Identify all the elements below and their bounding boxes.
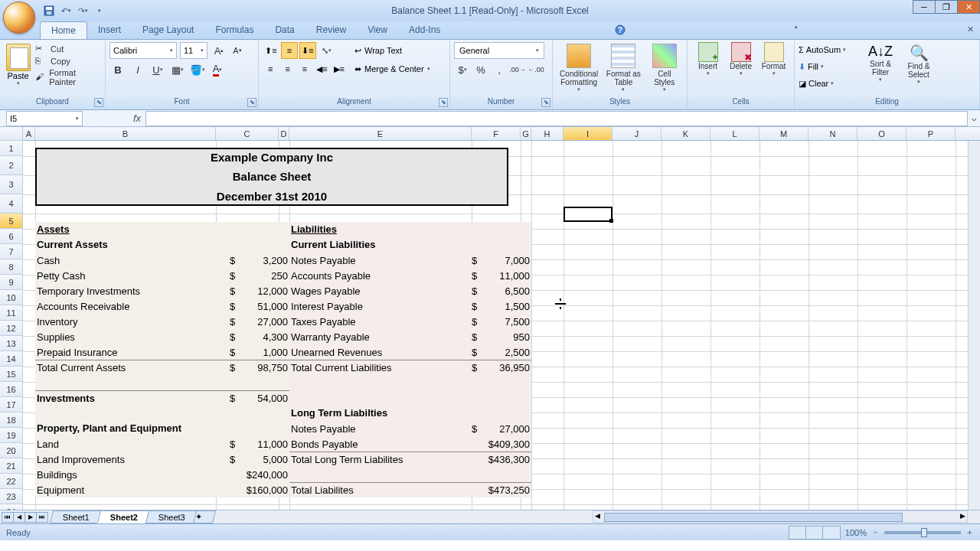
fill-button[interactable]: ⬇Fill▾ [799,59,861,74]
column-header[interactable]: B [35,127,216,140]
sheet-tab[interactable]: Sheet3 [145,510,198,523]
zoom-in-button[interactable]: ＋ [965,527,974,538]
selected-cell[interactable] [564,207,612,222]
grow-font-button[interactable]: A▴ [211,42,227,59]
office-button[interactable] [3,2,35,34]
column-header[interactable]: G [521,127,531,140]
insert-cells-button[interactable]: ✦Insert▾ [691,42,724,77]
row-header[interactable]: 2 [0,156,23,175]
row-header[interactable]: 10 [0,290,23,305]
font-name-select[interactable]: Calibri▾ [109,42,177,59]
clear-button[interactable]: ◪Clear▾ [799,76,861,91]
wrap-text-button[interactable]: ↩Wrap Text [351,42,433,59]
select-all-corner[interactable] [0,127,23,141]
undo-icon[interactable]: ↶▾ [60,5,72,17]
decrease-decimal-button[interactable]: ←.00 [528,61,544,78]
alignment-launcher[interactable]: ⬊ [439,98,448,107]
column-header[interactable]: K [662,127,710,140]
sheet-tab[interactable]: Sheet2 [97,510,152,523]
column-header[interactable]: C [216,127,279,140]
horizontal-scrollbar[interactable]: ◀ ▶ [593,510,968,523]
shrink-font-button[interactable]: A▾ [229,42,246,59]
format-cells-button[interactable]: Format▾ [757,42,790,77]
align-top-button[interactable]: ⬆≡ [263,42,279,59]
page-layout-view-button[interactable] [806,527,823,539]
column-header[interactable]: P [906,127,956,140]
font-size-select[interactable]: 11▾ [180,42,207,59]
column-header[interactable]: L [710,127,760,140]
page-break-view-button[interactable] [823,527,840,539]
align-right-button[interactable]: ≡ [297,60,312,77]
tab-formulas[interactable]: Formulas [204,21,264,39]
number-format-select[interactable]: General▾ [454,42,544,59]
row-header[interactable]: 19 [0,428,23,443]
close-button[interactable]: ✕ [957,0,980,14]
qat-dropdown-icon[interactable]: ▾ [93,5,106,17]
row-header[interactable]: 1 [0,141,23,156]
italic-button[interactable]: I [129,61,146,78]
next-sheet-button[interactable]: ▶ [24,512,37,523]
clipboard-launcher[interactable]: ⬊ [94,98,103,107]
row-header[interactable]: 11 [0,305,23,321]
tab-page-layout[interactable]: Page Layout [132,21,204,39]
align-bottom-button[interactable]: ⬇≡ [299,42,316,59]
percent-button[interactable]: % [472,61,489,78]
row-header[interactable]: 8 [0,259,23,275]
column-header[interactable]: J [612,127,662,140]
row-header[interactable]: 23 [0,489,23,504]
column-header[interactable]: D [279,127,289,140]
increase-decimal-button[interactable]: .00→ [509,61,526,78]
first-sheet-button[interactable]: ⏮ [2,512,14,523]
redo-icon[interactable]: ↷▾ [77,5,89,17]
row-header[interactable]: 5 [0,214,23,229]
column-header[interactable]: O [858,127,906,140]
help-icon[interactable]: ? [609,21,632,39]
column-header[interactable]: F [472,127,521,140]
expand-formula-bar[interactable]: ⌵ [968,113,980,123]
sort-filter-button[interactable]: A↓ZSort & Filter▾ [861,42,900,84]
prev-sheet-button[interactable]: ◀ [13,512,25,523]
row-header[interactable]: 13 [0,336,23,351]
align-center-button[interactable]: ≡ [279,60,295,77]
copy-button[interactable]: ⎘Copy [35,56,98,67]
row-header[interactable]: 16 [0,382,23,397]
format-as-table-button[interactable]: Format as Table▾ [601,42,645,94]
font-launcher[interactable]: ⬊ [247,98,256,107]
row-header[interactable]: 20 [0,443,23,458]
delete-cells-button[interactable]: ✖Delete▾ [724,42,757,77]
find-select-button[interactable]: 🔍Find & Select▾ [900,42,938,86]
row-header[interactable]: 21 [0,458,23,474]
close-workbook-button[interactable]: ✕ [961,21,980,39]
border-button[interactable]: ▦▾ [169,61,186,78]
font-color-button[interactable]: A▾ [209,61,226,78]
increase-indent-button[interactable]: ▶≡ [332,60,347,77]
sheet-tab[interactable]: Sheet1 [50,510,103,523]
align-left-button[interactable]: ≡ [263,60,278,77]
tab-review[interactable]: Review [305,21,357,39]
tab-home[interactable]: Home [40,21,87,39]
paste-button[interactable]: Paste ▾ [4,42,32,86]
column-header[interactable]: E [289,127,472,140]
decrease-indent-button[interactable]: ◀≡ [314,60,329,77]
zoom-out-button[interactable]: － [871,527,880,538]
tab-addins[interactable]: Add-Ins [398,21,451,39]
row-header[interactable]: 14 [0,351,23,367]
format-painter-button[interactable]: 🖌Format Painter [35,68,98,86]
align-middle-button[interactable]: ≡ [281,42,298,59]
zoom-slider[interactable] [884,531,961,534]
minimize-ribbon-icon[interactable]: ▾ [789,21,804,39]
row-header[interactable]: 3 [0,175,23,194]
cell-styles-button[interactable]: Cell Styles▾ [645,42,683,94]
column-header[interactable]: N [808,127,858,140]
row-header[interactable]: 4 [0,194,23,214]
last-sheet-button[interactable]: ⏭ [36,512,48,523]
comma-button[interactable]: , [491,61,508,78]
row-header[interactable]: 24 [0,504,23,510]
row-header[interactable]: 22 [0,474,23,489]
formula-input[interactable] [145,111,968,126]
column-header[interactable]: H [531,127,564,140]
fx-icon[interactable]: fx [129,112,145,124]
tab-data[interactable]: Data [264,21,305,39]
row-header[interactable]: 12 [0,321,23,336]
zoom-level[interactable]: 100% [845,528,867,537]
